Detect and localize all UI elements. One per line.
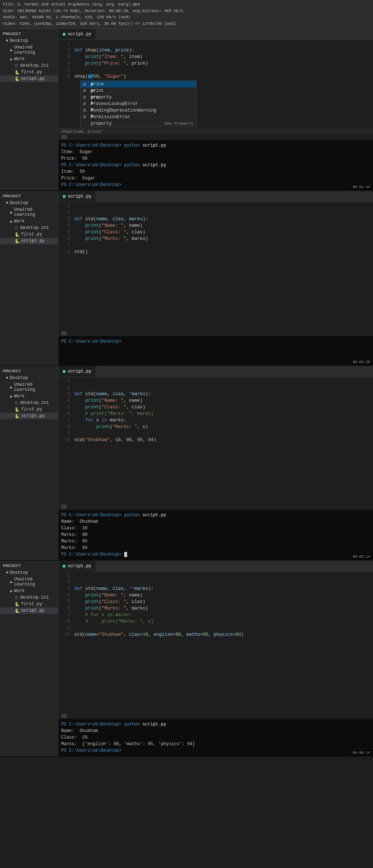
ini-icon: 🗒 bbox=[15, 226, 19, 230]
autocomplete-item[interactable]: b ProcessLookupError bbox=[81, 101, 196, 107]
code-line: 10 std(name="Shubham", clas=10, english=… bbox=[58, 632, 373, 639]
sidebar-item-unwired-2[interactable]: ▶ Unwired Learning bbox=[0, 206, 58, 218]
tab-script-py-1[interactable]: script.py bbox=[58, 29, 96, 39]
folder-icon: ▼ bbox=[6, 201, 8, 205]
sidebar-title-1: Project bbox=[0, 30, 58, 38]
folder-icon: ▶ bbox=[10, 48, 13, 52]
file-info-line3: Audio: aac, 44100 Hz, 2 channels, s16, 1… bbox=[3, 14, 370, 21]
sidebar-item-firstpy[interactable]: 🐍 first.py bbox=[0, 69, 58, 75]
tab-bar-2: script.py bbox=[58, 191, 373, 202]
ini-icon: 🗒 bbox=[15, 63, 19, 68]
sidebar-item-unwired-4[interactable]: ▶ Unwired Learning bbox=[0, 576, 58, 588]
sidebar-item-unwired[interactable]: ▶ Unwired Learning bbox=[0, 44, 58, 56]
terminal-line: Marks: 90 bbox=[61, 532, 370, 538]
terminal-3[interactable]: PS C:\Users\ok\Desktop> python script.py… bbox=[58, 510, 373, 560]
code-editor-4[interactable]: 1 2 3 def std(name, clas, **marks): 4 pr… bbox=[58, 572, 373, 640]
tab-label-3: script.py bbox=[68, 369, 91, 374]
sidebar-item-scriptpy-2[interactable]: 🐍 script.py bbox=[0, 238, 58, 244]
autocomplete-item[interactable]: b property bbox=[81, 94, 196, 101]
file-info-line4: Video: h264, yuv420p, 1280x720, 328 kb/s… bbox=[3, 21, 370, 27]
code-line: 6 print("Marks: ", marks) bbox=[58, 236, 373, 243]
terminal-line: PS C:\Users\ok\Desktop> bbox=[61, 551, 370, 558]
ac-icon: b bbox=[83, 115, 89, 119]
tab-script-py-4[interactable]: script.py bbox=[58, 561, 96, 571]
sidebar-4: Project ▼ Desktop ▶ Unwired Learning ▶ W… bbox=[0, 561, 58, 756]
autocomplete-item[interactable]: b print bbox=[81, 87, 196, 94]
autocomplete-item[interactable]: · property New Property bbox=[81, 120, 196, 127]
code-line: 1 bbox=[58, 41, 373, 48]
code-line: 6 print("Marks: ", marks) bbox=[58, 606, 373, 612]
code-editor-1[interactable]: 1 2 def shop(item, price): 3 print("Item… bbox=[58, 40, 373, 129]
code-line: 7 for x in marks: bbox=[58, 418, 373, 424]
autocomplete-item[interactable]: b PermissionError bbox=[81, 114, 196, 120]
code-line: 2 bbox=[58, 210, 373, 217]
sidebar-item-desktop-2[interactable]: ▼ Desktop bbox=[0, 200, 58, 206]
panel-1: Project ▼ Desktop ▶ Unwired Learning ▶ W… bbox=[0, 29, 373, 191]
py-icon: 🐍 bbox=[15, 602, 20, 607]
sidebar-item-ini-2[interactable]: 🗒 desktop.ini bbox=[0, 225, 58, 231]
terminal-icon bbox=[61, 135, 67, 139]
autocomplete-item[interactable]: p price bbox=[81, 81, 196, 87]
sidebar-item-ini-4[interactable]: 🗒 desktop.ini bbox=[0, 594, 58, 601]
code-line: 7 # for x in marks: bbox=[58, 612, 373, 619]
panel-4: Project ▼ Desktop ▶ Unwired Learning ▶ W… bbox=[0, 561, 373, 757]
terminal-line: Price: 50 bbox=[61, 155, 370, 162]
ini-icon: 🗒 bbox=[15, 595, 19, 600]
folder-icon: ▶ bbox=[10, 210, 13, 215]
code-editor-2[interactable]: 1 2 3 def std(name, clas, marks): 4 prin… bbox=[58, 202, 373, 257]
code-line: 7 bbox=[58, 243, 373, 249]
tab-dot-2 bbox=[63, 195, 66, 198]
sidebar-title-2: Project bbox=[0, 192, 58, 200]
sidebar-item-scriptpy[interactable]: 🐍 script.py bbox=[0, 75, 58, 82]
sidebar-item-desktop-4[interactable]: ▼ Desktop bbox=[0, 569, 58, 576]
sidebar-item-work-3[interactable]: ▶ Work bbox=[0, 393, 58, 400]
code-line: 5 print("Class: ", clas) bbox=[58, 599, 373, 606]
terminal-2[interactable]: PS C:\Users\ok\Desktop> bbox=[58, 336, 373, 365]
code-editor-3[interactable]: 1 2 3 def std(name, clas, *marks): 4 pri… bbox=[58, 377, 373, 442]
sidebar-item-ini-3[interactable]: 🗒 desktop.ini bbox=[0, 400, 58, 406]
sidebar-item-work-4[interactable]: ▶ Work bbox=[0, 588, 58, 594]
sidebar-item-firstpy-4[interactable]: 🐍 first.py bbox=[0, 601, 58, 607]
tab-dot-4 bbox=[63, 565, 66, 568]
terminal-line: Name: Shubham bbox=[61, 518, 370, 525]
tab-dot-3 bbox=[63, 370, 66, 373]
py-icon: 🐍 bbox=[15, 70, 20, 75]
ac-icon: p bbox=[83, 82, 89, 86]
terminal-line: PS C:\Users\ok\Desktop> bbox=[61, 338, 370, 345]
terminal-line: PS C:\Users\ok\Desktop> python script.py bbox=[61, 721, 370, 728]
ac-icon: b bbox=[83, 89, 89, 93]
terminal-line: PS C:\Users\ok\Desktop> bbox=[61, 182, 370, 188]
autocomplete-dropdown[interactable]: p price b print b property b ProcessLook… bbox=[80, 81, 197, 127]
terminal-line: Class: 10 bbox=[61, 525, 370, 532]
folder-icon: ▶ bbox=[10, 394, 13, 399]
code-line: 4 print("Name: ", name) bbox=[58, 398, 373, 405]
sidebar-item-desktop-3[interactable]: ▼ Desktop bbox=[0, 375, 58, 381]
timestamp-3: 00:05:14 bbox=[351, 554, 372, 559]
sidebar-item-firstpy-3[interactable]: 🐍 first.py bbox=[0, 406, 58, 413]
tab-dot-1 bbox=[63, 33, 66, 36]
sidebar-item-work-2[interactable]: ▶ Work bbox=[0, 218, 58, 225]
terminal-icon bbox=[61, 714, 67, 718]
sidebar-item-unwired-3[interactable]: ▶ Unwired Learning bbox=[0, 381, 58, 393]
code-line: 5 print("Class: ", clas) bbox=[58, 405, 373, 411]
folder-icon: ▼ bbox=[6, 571, 8, 575]
code-line: 6 # print("Marks: ", marks) bbox=[58, 411, 373, 418]
terminal-line: Class: 10 bbox=[61, 734, 370, 741]
panel-2: Project ▼ Desktop ▶ Unwired Learning ▶ W… bbox=[0, 191, 373, 366]
sidebar-item-scriptpy-3[interactable]: 🐍 script.py bbox=[0, 413, 58, 419]
terminal-4[interactable]: PS C:\Users\ok\Desktop> python script.py… bbox=[58, 719, 373, 756]
code-line: 4 print("Name: ", name) bbox=[58, 223, 373, 230]
tab-script-py-2[interactable]: script.py bbox=[58, 191, 96, 202]
terminal-1[interactable]: PS C:\Users\ok\Desktop> python script.py… bbox=[58, 140, 373, 190]
autocomplete-item[interactable]: b PendingDeprecationWarning bbox=[81, 107, 196, 114]
code-line: 4 print("Name: ", name) bbox=[58, 593, 373, 599]
sidebar-item-work[interactable]: ▶ Work bbox=[0, 56, 58, 62]
sidebar-item-scriptpy-4[interactable]: 🐍 script.py bbox=[0, 607, 58, 614]
sidebar-item-firstpy-2[interactable]: 🐍 first.py bbox=[0, 231, 58, 238]
code-line: 8 print("Marks: ", x) bbox=[58, 424, 373, 431]
code-line: 1 bbox=[58, 203, 373, 210]
tab-script-py-3[interactable]: script.py bbox=[58, 366, 96, 377]
sidebar-item-desktop[interactable]: ▼ Desktop bbox=[0, 38, 58, 44]
editor-empty-space-3 bbox=[58, 442, 373, 504]
sidebar-item-desktop-ini[interactable]: 🗒 desktop.ini bbox=[0, 62, 58, 69]
